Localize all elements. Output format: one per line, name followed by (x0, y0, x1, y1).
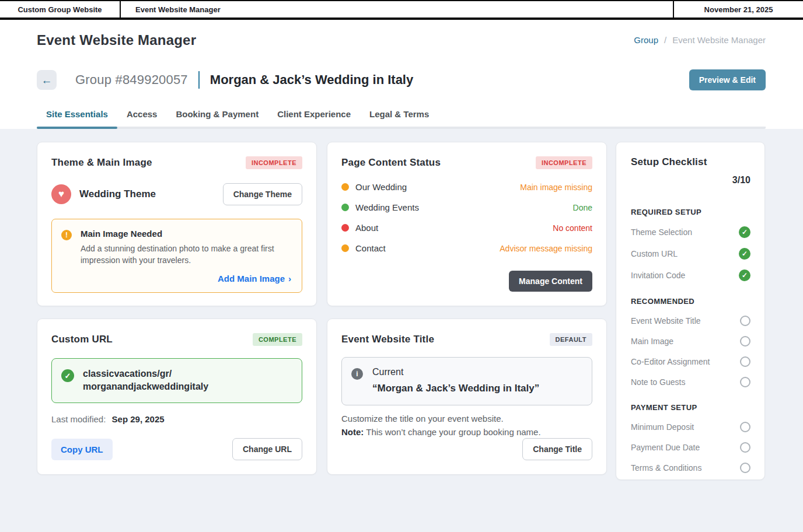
checklist-item-label: Co-Editor Assignment (631, 357, 710, 366)
add-main-image-label: Add Main Image (218, 274, 285, 284)
status-label: Wedding Events (355, 202, 419, 212)
custom-url-value: classicvacations/gr/ morganandjackweddin… (83, 368, 208, 394)
tab-legal-terms[interactable]: Legal & Terms (360, 103, 438, 127)
topbar-date: November 21, 2025 (673, 1, 803, 18)
breadcrumb-current: Event Website Manager (672, 35, 766, 45)
current-title-content: Current “Morgan & Jack’s Wedding in Ital… (372, 367, 539, 394)
page-title: Event Website Manager (37, 32, 196, 48)
status-value: Main image missing (520, 183, 592, 192)
chevron-right-icon: › (288, 274, 291, 284)
date-label: November 21, 2025 (704, 5, 773, 14)
checklist-item-label: Invitation Code (631, 271, 685, 280)
last-modified-value: Sep 29, 2025 (112, 414, 165, 424)
note-label: Note: (341, 427, 364, 437)
warning-title: Main Image Needed (81, 229, 291, 239)
checklist-item-terms-conditions: Terms & Conditions (631, 463, 750, 473)
change-url-button[interactable]: Change URL (232, 438, 302, 460)
status-dot-green (341, 204, 349, 211)
title-description: Customize the title on your event websit… (341, 414, 592, 424)
checklist-item-event-website-title: Event Website Title (631, 316, 750, 326)
status-label: About (355, 223, 378, 233)
main-content: Theme & Main Image INCOMPLETE ♥ Wedding … (0, 129, 803, 480)
content-status-badge: INCOMPLETE (536, 156, 592, 169)
topbar-event-website-manager[interactable]: Event Website Manager (121, 1, 673, 18)
checklist-item-invitation-code: Invitation Code ✓ (631, 270, 750, 281)
url-actions-row: Copy URL Change URL (51, 438, 302, 460)
current-title-value: “Morgan & Jack’s Wedding in Italy” (372, 383, 539, 394)
section-heading-payment: PAYMENT SETUP (631, 403, 750, 412)
url-card-header: Custom URL COMPLETE (51, 333, 302, 346)
empty-circle-icon (740, 442, 750, 453)
last-modified-row: Last modified: Sep 29, 2025 (51, 414, 302, 424)
checklist-item-theme-selection: Theme Selection ✓ (631, 226, 750, 238)
status-dot-orange (341, 183, 349, 191)
breadcrumb-group-link[interactable]: Group (634, 35, 658, 45)
back-button[interactable]: ← (37, 70, 57, 90)
url-line-2: morganandjackweddingitaly (83, 380, 208, 393)
section-heading-recommended: RECOMMENDED (631, 297, 750, 306)
empty-circle-icon (740, 316, 750, 326)
middle-column: Page Content Status INCOMPLETE Our Weddi… (327, 142, 607, 480)
status-value: Done (573, 203, 592, 212)
breadcrumb: Group / Event Website Manager (634, 35, 766, 45)
app-header: Event Website Manager Group / Event Webs… (0, 20, 803, 60)
checklist-title: Setup Checklist (631, 156, 750, 168)
wedding-theme-label: Wedding Theme (79, 188, 156, 200)
empty-circle-icon (740, 356, 750, 367)
top-bar: Custom Group Website Event Website Manag… (0, 0, 803, 20)
status-label: Our Wedding (355, 182, 407, 192)
tab-client-experience[interactable]: Client Experience (268, 103, 360, 127)
tab-bar: Site Essentials Access Booking & Payment… (37, 103, 766, 129)
check-circle-icon: ✓ (739, 270, 750, 281)
title-divider (198, 71, 200, 89)
breadcrumb-separator: / (664, 35, 666, 45)
page-head: ← Group #849920057 Morgan & Jack’s Weddi… (0, 60, 803, 129)
status-row-our-wedding: Our Wedding Main image missing (341, 182, 592, 192)
title-status-badge: DEFAULT (550, 333, 592, 346)
info-icon: i (351, 368, 363, 380)
topbar-left-label: Custom Group Website (18, 5, 102, 14)
heart-icon: ♥ (51, 184, 71, 204)
change-title-button[interactable]: Change Title (522, 438, 592, 460)
topbar-center-label: Event Website Manager (135, 5, 221, 14)
checklist-item-label: Terms & Conditions (631, 463, 701, 473)
empty-circle-icon (740, 463, 750, 473)
current-label: Current (372, 367, 539, 377)
manage-content-button[interactable]: Manage Content (509, 271, 592, 292)
status-value: Advisor message missing (500, 244, 592, 253)
preview-edit-button[interactable]: Preview & Edit (689, 69, 766, 90)
checklist-item-custom-url: Custom URL ✓ (631, 248, 750, 260)
theme-card-header: Theme & Main Image INCOMPLETE (51, 156, 302, 169)
url-line-1: classicvacations/gr/ (83, 368, 208, 380)
last-modified-label: Last modified: (51, 414, 106, 424)
tab-site-essentials[interactable]: Site Essentials (37, 103, 117, 127)
setup-checklist-card: Setup Checklist 3/10 REQUIRED SETUP Them… (616, 142, 765, 480)
status-row-about: About No content (341, 223, 592, 233)
checklist-item-label: Event Website Title (631, 316, 701, 326)
title-note: Note: This won’t change your group booki… (341, 427, 592, 437)
change-theme-button[interactable]: Change Theme (223, 183, 302, 205)
status-dot-orange (341, 244, 349, 252)
check-circle-icon: ✓ (739, 248, 750, 260)
status-row-contact: Contact Advisor message missing (341, 243, 592, 253)
title-card-header: Event Website Title DEFAULT (341, 333, 592, 346)
status-card-title: Page Content Status (341, 157, 441, 169)
tab-access[interactable]: Access (117, 103, 167, 127)
checklist-item-label: Theme Selection (631, 228, 692, 237)
copy-url-button[interactable]: Copy URL (51, 439, 113, 460)
checklist-item-main-image: Main Image (631, 336, 750, 346)
status-list: Our Wedding Main image missing Wedding E… (341, 182, 592, 253)
wedding-theme-row: ♥ Wedding Theme Change Theme (51, 183, 302, 205)
title-actions-row: Change Title (341, 438, 592, 460)
url-card-title: Custom URL (51, 334, 113, 345)
checklist-item-label: Note to Guests (631, 377, 685, 387)
section-heading-required: REQUIRED SETUP (631, 208, 750, 216)
topbar-custom-group-website[interactable]: Custom Group Website (0, 1, 121, 18)
manage-content-row: Manage Content (341, 271, 592, 292)
custom-url-card: Custom URL COMPLETE ✓ classicvacations/g… (37, 318, 317, 475)
group-number: Group #849920057 (75, 72, 188, 88)
main-image-warning-box: ! Main Image Needed Add a stunning desti… (51, 219, 302, 293)
warning-content: Main Image Needed Add a stunning destina… (81, 229, 291, 284)
tab-booking-payment[interactable]: Booking & Payment (166, 103, 268, 127)
add-main-image-link[interactable]: Add Main Image› (218, 274, 291, 284)
